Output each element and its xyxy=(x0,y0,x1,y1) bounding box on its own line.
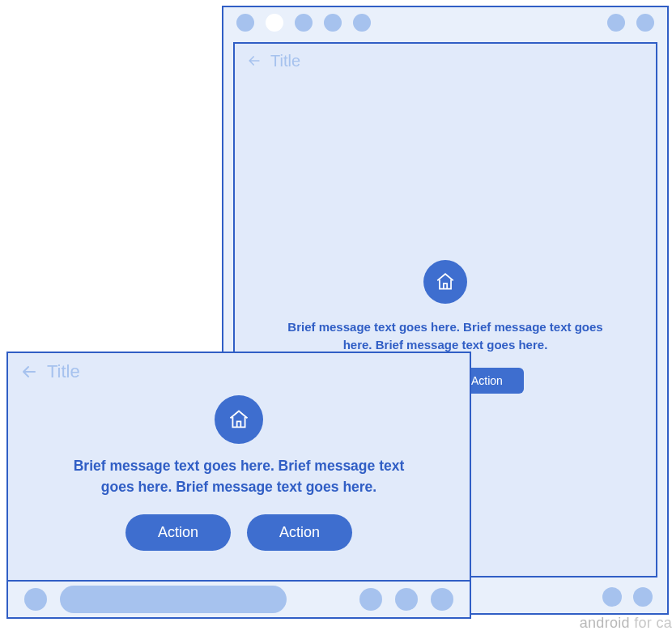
device-landscape-frame: Title Brief message text goes here. Brie… xyxy=(6,352,471,619)
status-dot xyxy=(236,14,254,32)
page-title: Title xyxy=(47,361,80,382)
hero-icon-circle xyxy=(215,395,263,444)
action-button-1[interactable]: Action xyxy=(125,514,231,551)
action-button-2[interactable]: Action xyxy=(247,514,352,551)
status-dot xyxy=(607,14,625,32)
nav-dot[interactable] xyxy=(24,588,47,611)
status-dot xyxy=(353,14,371,32)
content-area: Brief message text goes here. Brief mess… xyxy=(8,390,470,559)
watermark-suffix: for ca xyxy=(630,615,672,631)
nav-dot[interactable] xyxy=(602,587,622,607)
action-row: Action Action xyxy=(125,514,352,551)
title-bar: Title xyxy=(8,353,470,390)
status-dot xyxy=(636,14,654,32)
nav-dot[interactable] xyxy=(395,588,418,611)
status-bar xyxy=(223,7,667,38)
message-text: Brief message text goes here. Brief mess… xyxy=(57,455,421,498)
title-bar: Title xyxy=(235,44,656,78)
home-icon xyxy=(228,408,250,431)
nav-dot[interactable] xyxy=(431,588,453,611)
status-dot xyxy=(295,14,313,32)
hero-icon-circle xyxy=(423,260,467,304)
page-title: Title xyxy=(270,52,300,70)
nav-dot[interactable] xyxy=(359,588,382,611)
watermark-text: android for ca xyxy=(580,615,672,632)
home-icon xyxy=(435,271,456,292)
watermark-brand: android xyxy=(580,615,630,631)
status-dot-active xyxy=(266,14,283,32)
back-arrow-icon[interactable] xyxy=(246,53,262,69)
message-text: Brief message text goes here. Brief mess… xyxy=(275,318,615,354)
back-arrow-icon[interactable] xyxy=(19,362,39,381)
system-nav-bar xyxy=(8,580,470,617)
nav-pill[interactable] xyxy=(60,586,287,613)
nav-dot[interactable] xyxy=(633,587,653,607)
status-dot xyxy=(324,14,342,32)
